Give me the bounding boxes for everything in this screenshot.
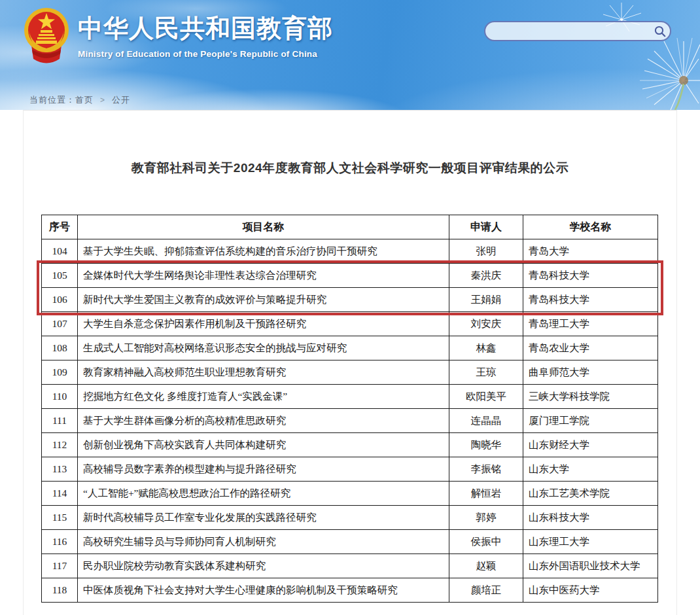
cell-project: “人工智能+”赋能高校思想政治工作的路径研究	[78, 482, 449, 506]
content-panel: 教育部社科司关于2024年度教育部人文社会科学研究一般项目评审结果的公示 序号 …	[23, 110, 677, 615]
cell-project: 高校研究生辅导员与导师协同育人机制研究	[78, 530, 449, 554]
cell-num: 111	[42, 409, 78, 433]
cell-project: 创新创业视角下高校实践育人共同体构建研究	[78, 433, 449, 457]
table-header: 序号 项目名称 申请人 学校名称	[42, 215, 658, 239]
table-row: 108生成式人工智能对高校网络意识形态安全的挑战与应对研究林鑫青岛农业大学	[42, 336, 658, 360]
cell-num: 106	[42, 288, 78, 312]
table-row: 111基于大学生群体画像分析的高校精准思政研究连晶晶厦门理工学院	[42, 409, 658, 433]
cell-num: 113	[42, 457, 78, 482]
cell-applicant: 解恒岩	[449, 482, 523, 506]
search-icon[interactable]	[650, 22, 670, 40]
cell-num: 104	[42, 239, 78, 264]
cell-applicant: 赵颖	[449, 554, 523, 578]
cell-num: 112	[42, 433, 78, 457]
page-title: 教育部社科司关于2024年度教育部人文社会科学研究一般项目评审结果的公示	[24, 159, 676, 177]
breadcrumb-public-link[interactable]: 公开	[112, 95, 130, 105]
cell-applicant: 张明	[449, 239, 523, 264]
cell-school: 山东大学	[523, 457, 658, 482]
ministry-emblem-logo	[24, 4, 69, 67]
cell-project: 教育家精神融入高校师范生职业理想教育研究	[78, 360, 449, 385]
cell-applicant: 刘安庆	[449, 312, 523, 336]
cell-applicant: 陶晓华	[449, 433, 523, 457]
cell-num: 118	[42, 578, 78, 603]
cell-project: 民办职业院校劳动教育实践体系建构研究	[78, 554, 449, 578]
table-row: 115新时代高校辅导员工作室专业化发展的实践路径研究郭婷山东科技大学	[42, 506, 658, 530]
cell-applicant: 欧阳美平	[449, 385, 523, 409]
cell-project: 基于大学生失眠、抑郁筛查评估系统构建的音乐治疗协同干预研究	[78, 239, 449, 264]
cell-applicant: 李振铭	[449, 457, 523, 482]
cell-school: 青岛大学	[523, 239, 658, 264]
cell-applicant: 连晶晶	[449, 409, 523, 433]
breadcrumb-home-link[interactable]: 首页	[75, 95, 94, 105]
page: 中华人民共和国教育部 Ministry of Education of the …	[0, 0, 700, 615]
col-header-applicant: 申请人	[449, 215, 523, 239]
table-header-row: 序号 项目名称 申请人 学校名称	[42, 215, 658, 239]
table-row: 117民办职业院校劳动教育实践体系建构研究赵颖山东外国语职业技术大学	[42, 554, 658, 578]
col-header-school: 学校名称	[523, 215, 658, 239]
cell-applicant: 秦洪庆	[449, 264, 523, 288]
cell-school: 青岛理工大学	[523, 312, 658, 336]
table-row: 114“人工智能+”赋能高校思想政治工作的路径研究解恒岩山东工艺美术学院	[42, 482, 658, 506]
cell-school: 青岛科技大学	[523, 264, 658, 288]
cell-applicant: 林鑫	[449, 336, 523, 360]
cell-num: 105	[42, 264, 78, 288]
table-row: 113高校辅导员数字素养的模型建构与提升路径研究李振铭山东大学	[42, 457, 658, 482]
cell-project: 生成式人工智能对高校网络意识形态安全的挑战与应对研究	[78, 336, 449, 360]
results-table: 序号 项目名称 申请人 学校名称 104基于大学生失眠、抑郁筛查评估系统构建的音…	[41, 215, 658, 603]
cell-applicant: 王琼	[449, 360, 523, 385]
cell-school: 曲阜师范大学	[523, 360, 658, 385]
cell-school: 厦门理工学院	[523, 409, 658, 433]
col-header-num: 序号	[42, 215, 78, 239]
cell-applicant: 王娟娟	[449, 288, 523, 312]
cell-school: 山东外国语职业技术大学	[523, 554, 658, 578]
cell-school: 山东财经大学	[523, 433, 658, 457]
cell-school: 青岛农业大学	[523, 336, 658, 360]
cell-school: 山东科技大学	[523, 506, 658, 530]
table-row: 112创新创业视角下高校实践育人共同体构建研究陶晓华山东财经大学	[42, 433, 658, 457]
table-row: 110挖掘地方红色文化 多维度打造育人“实践金课”欧阳美平三峡大学科技学院	[42, 385, 658, 409]
table-wrap: 序号 项目名称 申请人 学校名称 104基于大学生失眠、抑郁筛查评估系统构建的音…	[41, 215, 657, 603]
cell-num: 109	[42, 360, 78, 385]
cell-school: 山东理工大学	[523, 530, 658, 554]
cell-school: 山东中医药大学	[523, 578, 658, 603]
site-subtitle: Ministry of Education of the People's Re…	[78, 49, 333, 59]
cell-num: 117	[42, 554, 78, 578]
table-row: 105全媒体时代大学生网络舆论非理性表达综合治理研究秦洪庆青岛科技大学	[42, 264, 658, 288]
cell-num: 116	[42, 530, 78, 554]
cell-school: 三峡大学科技学院	[523, 385, 658, 409]
table-body: 104基于大学生失眠、抑郁筛查评估系统构建的音乐治疗协同干预研究张明青岛大学10…	[42, 239, 658, 603]
cell-num: 107	[42, 312, 78, 336]
table-row: 109教育家精神融入高校师范生职业理想教育研究王琼曲阜师范大学	[42, 360, 658, 385]
table-row: 106新时代大学生爱国主义教育的成效评价与策略提升研究王娟娟青岛科技大学	[42, 288, 658, 312]
cell-school: 青岛科技大学	[523, 288, 658, 312]
site-header: 中华人民共和国教育部 Ministry of Education of the …	[0, 0, 700, 110]
site-title-block: 中华人民共和国教育部 Ministry of Education of the …	[78, 12, 333, 59]
cell-project: 高校辅导员数字素养的模型建构与提升路径研究	[78, 457, 449, 482]
cell-school: 山东工艺美术学院	[523, 482, 658, 506]
cell-applicant: 颜培正	[449, 578, 523, 603]
breadcrumb: 当前位置：首页>公开	[29, 94, 130, 106]
breadcrumb-label: 当前位置：	[29, 95, 75, 105]
cell-project: 大学生自杀意念保护因素作用机制及干预路径研究	[78, 312, 449, 336]
search-box[interactable]	[484, 21, 671, 41]
search-input[interactable]	[485, 22, 650, 40]
cell-num: 114	[42, 482, 78, 506]
cell-project: 新时代高校辅导员工作室专业化发展的实践路径研究	[78, 506, 449, 530]
cell-num: 110	[42, 385, 78, 409]
table-row: 118中医体质视角下社会支持对大学生心理健康的影响机制及干预策略研究颜培正山东中…	[42, 578, 658, 603]
site-title: 中华人民共和国教育部	[78, 12, 333, 45]
table-row: 116高校研究生辅导员与导师协同育人机制研究侯振中山东理工大学	[42, 530, 658, 554]
cell-project: 全媒体时代大学生网络舆论非理性表达综合治理研究	[78, 264, 449, 288]
breadcrumb-separator: >	[100, 96, 105, 105]
table-row: 104基于大学生失眠、抑郁筛查评估系统构建的音乐治疗协同干预研究张明青岛大学	[42, 239, 658, 264]
cell-num: 115	[42, 506, 78, 530]
cell-project: 基于大学生群体画像分析的高校精准思政研究	[78, 409, 449, 433]
table-row: 107大学生自杀意念保护因素作用机制及干预路径研究刘安庆青岛理工大学	[42, 312, 658, 336]
cell-project: 中医体质视角下社会支持对大学生心理健康的影响机制及干预策略研究	[78, 578, 449, 603]
cell-num: 108	[42, 336, 78, 360]
col-header-project: 项目名称	[78, 215, 449, 239]
cell-project: 新时代大学生爱国主义教育的成效评价与策略提升研究	[78, 288, 449, 312]
cell-applicant: 侯振中	[449, 530, 523, 554]
cell-applicant: 郭婷	[449, 506, 523, 530]
cell-project: 挖掘地方红色文化 多维度打造育人“实践金课”	[78, 385, 449, 409]
